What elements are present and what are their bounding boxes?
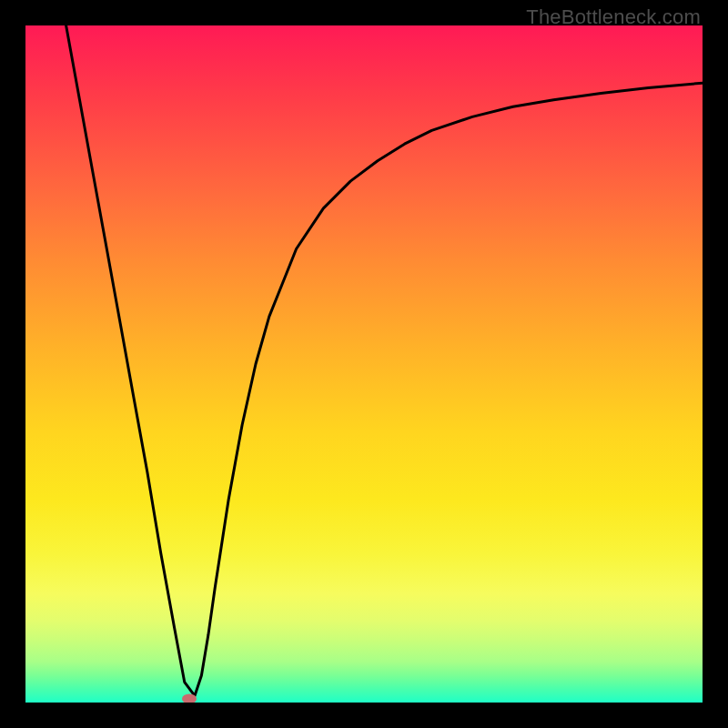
plot-area: [25, 25, 703, 703]
watermark-text: TheBottleneck.com: [526, 5, 701, 29]
minimum-marker: [182, 694, 197, 703]
bottleneck-curve: [25, 25, 703, 703]
chart-frame: TheBottleneck.com: [0, 0, 728, 728]
